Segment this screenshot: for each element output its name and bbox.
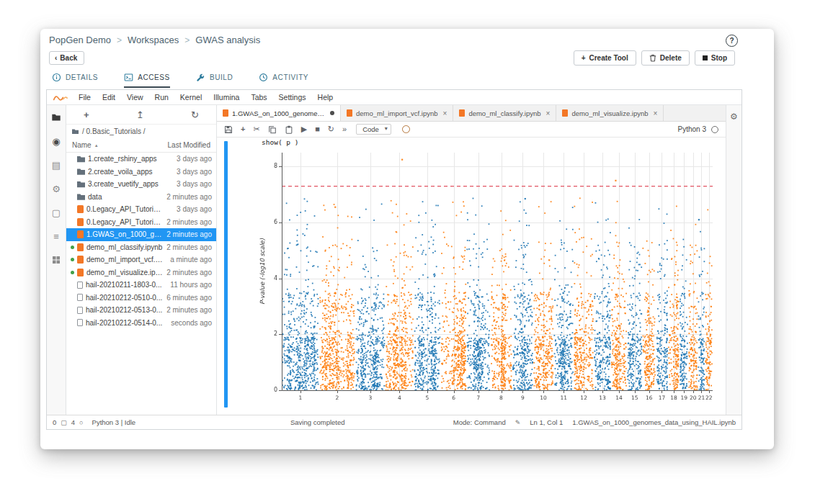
breadcrumb-separator: > bbox=[184, 35, 190, 45]
file-browser-breadcrumb[interactable]: / 0.Basic_Tutorials / bbox=[66, 125, 216, 138]
terminals-count[interactable]: 0 bbox=[53, 418, 56, 426]
cell-code[interactable]: show( p ) bbox=[262, 138, 298, 146]
breadcrumb-item[interactable]: Workspaces bbox=[128, 35, 179, 45]
delete-button[interactable]: Delete bbox=[641, 50, 690, 66]
file-row[interactable]: 2.create_voila_apps3 days ago bbox=[66, 166, 216, 179]
file-row[interactable]: 1.create_rshiny_apps3 days ago bbox=[66, 153, 216, 166]
run-all-icon[interactable]: » bbox=[342, 125, 345, 133]
menu-help[interactable]: Help bbox=[312, 93, 339, 102]
tab-build[interactable]: BUILD bbox=[196, 71, 233, 88]
paste-cell-icon[interactable] bbox=[285, 125, 293, 134]
notebook-tab[interactable]: demo_ml_visualize.ipynb× bbox=[556, 105, 664, 121]
new-launcher-icon[interactable]: + bbox=[84, 109, 89, 120]
file-modified: 2 minutes ago bbox=[166, 306, 212, 314]
column-name[interactable]: Name ▲ bbox=[72, 141, 157, 149]
file-name: demo_ml_classify.ipynb bbox=[86, 243, 163, 251]
sort-caret-icon: ▲ bbox=[94, 143, 99, 148]
file-row[interactable]: demo_ml_classify.ipynb2 minutes ago bbox=[66, 241, 216, 254]
file-row[interactable]: demo_ml_visualize.ipynb2 minutes ago bbox=[66, 266, 216, 279]
close-tab-icon[interactable]: × bbox=[443, 109, 447, 117]
menu-run[interactable]: Run bbox=[149, 93, 174, 102]
kernels-count[interactable]: 4 bbox=[71, 418, 75, 426]
create-tool-button[interactable]: + Create Tool bbox=[574, 50, 636, 66]
help-icon[interactable]: ? bbox=[726, 35, 738, 47]
settings-gear-icon[interactable]: ⚙ bbox=[728, 110, 741, 123]
right-sidebar: ⚙ bbox=[726, 105, 741, 415]
kernel-status-icon[interactable] bbox=[711, 126, 718, 133]
running-indicator-slot bbox=[71, 308, 74, 312]
menu-view[interactable]: View bbox=[121, 93, 149, 102]
file-row[interactable]: demo_ml_import_vcf.ip...a minute ago bbox=[66, 253, 216, 266]
file-row[interactable]: 0.Legacy_API_Tutorial_...3 days ago bbox=[66, 203, 216, 216]
file-modified: 3 days ago bbox=[166, 180, 212, 188]
notebook-icon bbox=[77, 243, 84, 251]
file-name: hail-20210212-0513-0... bbox=[86, 306, 163, 314]
save-status-message: Saving completed bbox=[290, 418, 345, 426]
notebook-icon bbox=[77, 256, 84, 264]
cut-cell-icon[interactable]: ✂ bbox=[253, 125, 259, 133]
open-tabs-icon[interactable]: ▢ bbox=[50, 206, 63, 219]
menu-file[interactable]: File bbox=[73, 93, 97, 102]
back-button[interactable]: ‹ Back bbox=[49, 51, 84, 65]
file-name: demo_ml_import_vcf.ip... bbox=[86, 256, 163, 264]
upload-icon[interactable]: ↥ bbox=[136, 109, 144, 120]
stop-kernel-icon[interactable]: ■ bbox=[315, 125, 320, 133]
extension-manager-icon[interactable] bbox=[50, 253, 63, 266]
menu-tabs[interactable]: Tabs bbox=[245, 93, 272, 102]
copy-cell-icon[interactable] bbox=[268, 125, 277, 134]
cell-type-dropdown[interactable]: Code bbox=[356, 124, 391, 135]
file-modified: a minute ago bbox=[166, 256, 212, 264]
menu-kernel[interactable]: Kernel bbox=[174, 93, 208, 102]
close-tab-icon[interactable]: × bbox=[546, 109, 551, 117]
menu-edit[interactable]: Edit bbox=[97, 93, 121, 102]
running-indicator-slot bbox=[71, 283, 74, 287]
stop-button[interactable]: Stop bbox=[695, 50, 735, 66]
file-row[interactable]: hail-20210211-1803-0...11 hours ago bbox=[66, 279, 216, 292]
file-modified: 2 minutes ago bbox=[166, 243, 212, 251]
file-row[interactable]: data2 minutes ago bbox=[66, 191, 216, 204]
property-inspector-icon[interactable]: ⚙ bbox=[50, 182, 63, 195]
restart-kernel-icon[interactable]: ↻ bbox=[328, 125, 334, 133]
terminal-status-icon: ▢ bbox=[61, 419, 67, 426]
breadcrumb-item[interactable]: PopGen Demo bbox=[49, 35, 111, 45]
insert-cell-icon[interactable]: + bbox=[241, 125, 245, 133]
file-row[interactable]: 0.Legacy_API_Tutorial_...2 minutes ago bbox=[66, 216, 216, 229]
run-cell-icon[interactable]: ▶ bbox=[301, 125, 307, 133]
table-of-contents-icon[interactable]: ≡ bbox=[50, 230, 63, 243]
file-row[interactable]: hail-20210212-0514-0...seconds ago bbox=[66, 317, 216, 330]
save-icon[interactable] bbox=[224, 125, 233, 134]
refresh-icon[interactable]: ↻ bbox=[191, 109, 199, 120]
running-sessions-icon[interactable]: ◉ bbox=[50, 135, 63, 148]
column-name-label: Name bbox=[72, 141, 92, 149]
running-indicator-slot bbox=[71, 321, 74, 325]
notebook-icon bbox=[77, 218, 84, 226]
kernel-name[interactable]: Python 3 bbox=[678, 125, 706, 133]
tab-build-label: BUILD bbox=[210, 73, 233, 81]
notebook-tab[interactable]: demo_ml_classify.ipynb× bbox=[453, 105, 556, 121]
tab-access-label: ACCESS bbox=[138, 73, 170, 81]
tab-access[interactable]: ACCESS bbox=[124, 71, 170, 88]
mode-indicator[interactable]: Mode: Command bbox=[453, 418, 506, 426]
file-browser-icon[interactable] bbox=[50, 111, 63, 124]
menu-illumina[interactable]: Illumina bbox=[208, 93, 245, 102]
notebook-tab[interactable]: 1.GWAS_on_1000_genomes... bbox=[217, 105, 341, 121]
tab-details[interactable]: DETAILS bbox=[52, 71, 98, 88]
kernel-status-text[interactable]: Python 3 | Idle bbox=[92, 418, 136, 426]
header-actions: + Create Tool Delete Stop bbox=[574, 50, 735, 66]
file-row[interactable]: 1.GWAS_on_1000_geno...2 minutes ago bbox=[66, 228, 216, 241]
tab-activity[interactable]: ACTIVITY bbox=[259, 71, 308, 88]
file-modified: 3 days ago bbox=[166, 168, 212, 176]
notebook-tab[interactable]: demo_ml_import_vcf.ipynb× bbox=[341, 105, 453, 121]
menu-settings[interactable]: Settings bbox=[273, 93, 312, 102]
running-indicator bbox=[71, 271, 74, 274]
cursor-position[interactable]: Ln 1, Col 1 bbox=[530, 418, 563, 426]
file-row[interactable]: hail-20210212-0510-0...6 minutes ago bbox=[66, 292, 216, 305]
column-last-modified[interactable]: Last Modified bbox=[157, 141, 210, 149]
file-row[interactable]: hail-20210212-0513-0...2 minutes ago bbox=[66, 304, 216, 317]
command-palette-icon[interactable]: ▤ bbox=[50, 158, 63, 171]
file-row[interactable]: 3.create_vuetify_apps3 days ago bbox=[66, 178, 216, 191]
active-cell-collapser[interactable] bbox=[224, 141, 228, 408]
unsaved-indicator[interactable] bbox=[330, 111, 334, 115]
current-path: / 0.Basic_Tutorials / bbox=[82, 127, 145, 135]
close-tab-icon[interactable]: × bbox=[654, 109, 658, 117]
